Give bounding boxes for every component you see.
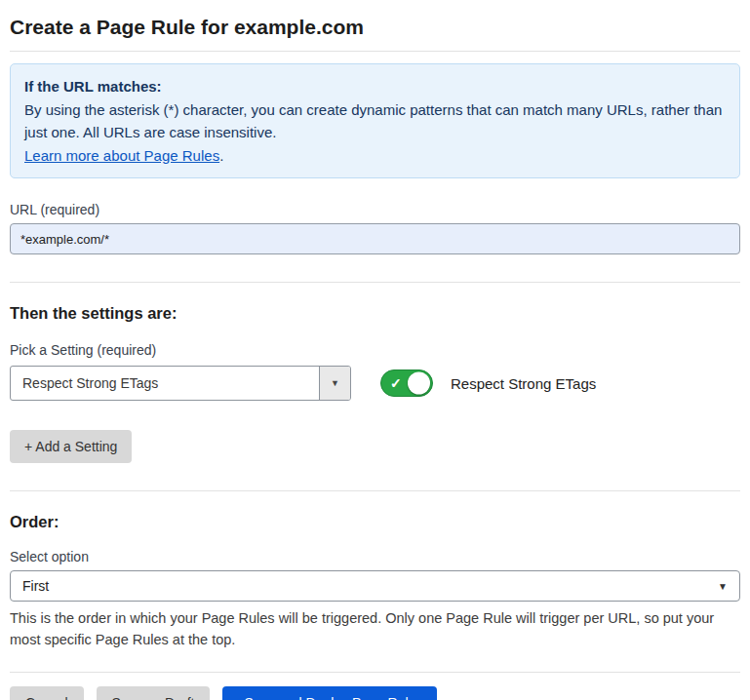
order-section-heading: Order: — [10, 513, 740, 531]
info-box-link-line: Learn more about Page Rules. — [24, 144, 726, 168]
pick-setting-label: Pick a Setting (required) — [10, 342, 740, 358]
page-rule-form: Create a Page Rule for example.com If th… — [0, 0, 750, 700]
order-help-text: This is the order in which your Page Rul… — [10, 607, 740, 650]
link-suffix: . — [219, 147, 223, 164]
page-title: Create a Page Rule for example.com — [10, 10, 740, 51]
setting-row: Respect Strong ETags ▼ ✓ Respect Strong … — [10, 366, 740, 401]
setting-dropdown[interactable]: Respect Strong ETags ▼ — [10, 366, 351, 401]
divider — [10, 51, 740, 52]
save-deploy-button[interactable]: Save and Deploy Page Rule — [222, 686, 437, 700]
url-match-info-box: If the URL matches: By using the asteris… — [10, 63, 740, 178]
check-icon: ✓ — [390, 375, 402, 391]
divider — [10, 490, 740, 491]
divider — [10, 672, 740, 673]
cancel-button[interactable]: Cancel — [10, 686, 84, 700]
order-select[interactable]: First ▼ — [10, 570, 740, 602]
footer-actions: Cancel Save as Draft Save and Deploy Pag… — [10, 686, 740, 700]
settings-section-heading: Then the settings are: — [10, 304, 740, 323]
setting-dropdown-arrow-button[interactable]: ▼ — [319, 367, 350, 400]
add-setting-button[interactable]: + Add a Setting — [10, 430, 132, 463]
chevron-down-icon: ▼ — [331, 378, 339, 388]
chevron-down-icon: ▼ — [718, 581, 728, 592]
url-field-label: URL (required) — [10, 202, 740, 217]
order-select-value: First — [22, 578, 49, 594]
save-draft-button[interactable]: Save as Draft — [97, 686, 211, 700]
divider — [10, 282, 740, 283]
etags-toggle-label: Respect Strong ETags — [451, 375, 596, 392]
url-input[interactable] — [10, 223, 740, 254]
toggle-knob — [408, 372, 430, 395]
info-box-body: By using the asterisk (*) character, you… — [24, 98, 726, 144]
info-box-heading: If the URL matches: — [24, 75, 726, 98]
etags-toggle[interactable]: ✓ — [380, 369, 433, 397]
setting-dropdown-value: Respect Strong ETags — [11, 367, 319, 400]
learn-more-link[interactable]: Learn more about Page Rules — [24, 147, 219, 164]
order-select-label: Select option — [10, 549, 740, 564]
